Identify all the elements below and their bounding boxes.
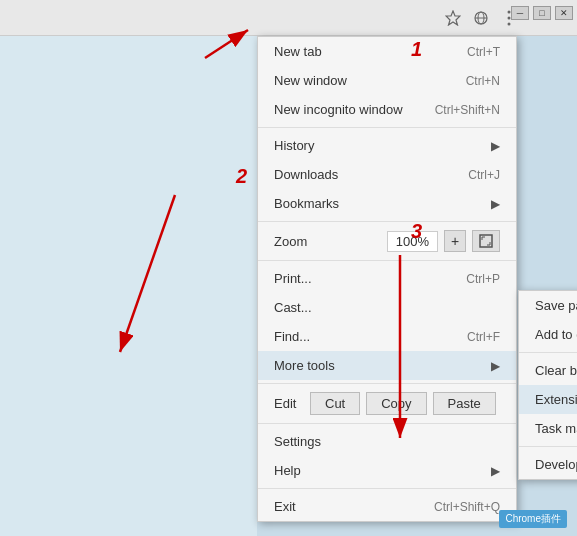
divider-6 (258, 488, 516, 489)
globe-icon[interactable] (471, 8, 491, 28)
submenu-add-desktop[interactable]: Add to desktop... (519, 320, 577, 349)
downloads-label: Downloads (274, 167, 338, 182)
print-label: Print... (274, 271, 312, 286)
find-label: Find... (274, 329, 310, 344)
edit-row: Edit Cut Copy Paste (258, 387, 516, 420)
history-label: History (274, 138, 314, 153)
menu-item-downloads[interactable]: Downloads Ctrl+J (258, 160, 516, 189)
chrome-badge: Chrome插件 (499, 510, 567, 528)
menu-item-help[interactable]: Help ▶ (258, 456, 516, 485)
more-tools-label: More tools (274, 358, 335, 373)
svg-rect-7 (480, 235, 492, 247)
divider-5 (258, 423, 516, 424)
new-window-shortcut: Ctrl+N (466, 74, 500, 88)
menu-item-new-window[interactable]: New window Ctrl+N (258, 66, 516, 95)
divider-2 (258, 221, 516, 222)
menu-item-incognito[interactable]: New incognito window Ctrl+Shift+N (258, 95, 516, 124)
menu-item-more-tools[interactable]: More tools ▶ (258, 351, 516, 380)
submenu-divider-2 (519, 446, 577, 447)
new-window-label: New window (274, 73, 347, 88)
print-shortcut: Ctrl+P (466, 272, 500, 286)
toolbar-icons (443, 8, 519, 28)
close-button[interactable]: ✕ (555, 6, 573, 20)
history-arrow: ▶ (491, 139, 500, 153)
bookmark-icon[interactable] (443, 8, 463, 28)
menu-item-exit[interactable]: Exit Ctrl+Shift+Q (258, 492, 516, 521)
submenu-save-page[interactable]: Save page as... Ctrl+S (519, 291, 577, 320)
paste-button[interactable]: Paste (433, 392, 496, 415)
copy-button[interactable]: Copy (366, 392, 426, 415)
menu-item-find[interactable]: Find... Ctrl+F (258, 322, 516, 351)
bookmarks-arrow: ▶ (491, 197, 500, 211)
help-arrow: ▶ (491, 464, 500, 478)
settings-label: Settings (274, 434, 321, 449)
zoom-in-button[interactable]: + (444, 230, 466, 252)
submenu-divider-1 (519, 352, 577, 353)
downloads-shortcut: Ctrl+J (468, 168, 500, 182)
save-page-label: Save page as... (535, 298, 577, 313)
find-shortcut: Ctrl+F (467, 330, 500, 344)
browser-content (0, 36, 257, 536)
submenu-panel: Save page as... Ctrl+S Add to desktop...… (518, 290, 577, 480)
cast-label: Cast... (274, 300, 312, 315)
menu-item-bookmarks[interactable]: Bookmarks ▶ (258, 189, 516, 218)
new-tab-shortcut: Ctrl+T (467, 45, 500, 59)
divider-3 (258, 260, 516, 261)
submenu-clear-data[interactable]: Clear browsing data... Ctrl+Shift+Del (519, 356, 577, 385)
help-label: Help (274, 463, 301, 478)
exit-shortcut: Ctrl+Shift+Q (434, 500, 500, 514)
chrome-menu: New tab Ctrl+T New window Ctrl+N New inc… (257, 36, 517, 522)
zoom-label: Zoom (274, 234, 381, 249)
clear-data-label: Clear browsing data... (535, 363, 577, 378)
maximize-button[interactable]: □ (533, 6, 551, 20)
menu-item-print[interactable]: Print... Ctrl+P (258, 264, 516, 293)
menu-item-cast[interactable]: Cast... (258, 293, 516, 322)
incognito-label: New incognito window (274, 102, 403, 117)
extensions-label: Extensions (535, 392, 577, 407)
cut-button[interactable]: Cut (310, 392, 360, 415)
task-manager-label: Task manager (535, 421, 577, 436)
zoom-value: 100% (387, 231, 438, 252)
submenu-extensions[interactable]: Extensions (519, 385, 577, 414)
incognito-shortcut: Ctrl+Shift+N (435, 103, 500, 117)
bookmarks-label: Bookmarks (274, 196, 339, 211)
zoom-expand-button[interactable] (472, 230, 500, 252)
edit-label: Edit (274, 396, 304, 411)
minimize-button[interactable]: ─ (511, 6, 529, 20)
window-controls: ─ □ ✕ (511, 6, 573, 20)
menu-item-new-tab[interactable]: New tab Ctrl+T (258, 37, 516, 66)
dev-tools-label: Developer tools (535, 457, 577, 472)
exit-label: Exit (274, 499, 296, 514)
divider-4 (258, 383, 516, 384)
zoom-row: Zoom 100% + (258, 225, 516, 257)
divider-1 (258, 127, 516, 128)
add-desktop-label: Add to desktop... (535, 327, 577, 342)
submenu-task-manager[interactable]: Task manager Shift+Esc (519, 414, 577, 443)
browser-toolbar: ─ □ ✕ (0, 0, 577, 36)
svg-marker-0 (446, 11, 460, 25)
svg-point-6 (508, 23, 511, 26)
menu-item-history[interactable]: History ▶ (258, 131, 516, 160)
new-tab-label: New tab (274, 44, 322, 59)
more-tools-arrow: ▶ (491, 359, 500, 373)
menu-item-settings[interactable]: Settings (258, 427, 516, 456)
submenu-dev-tools[interactable]: Developer tools Ctrl+Shift+I (519, 450, 577, 479)
